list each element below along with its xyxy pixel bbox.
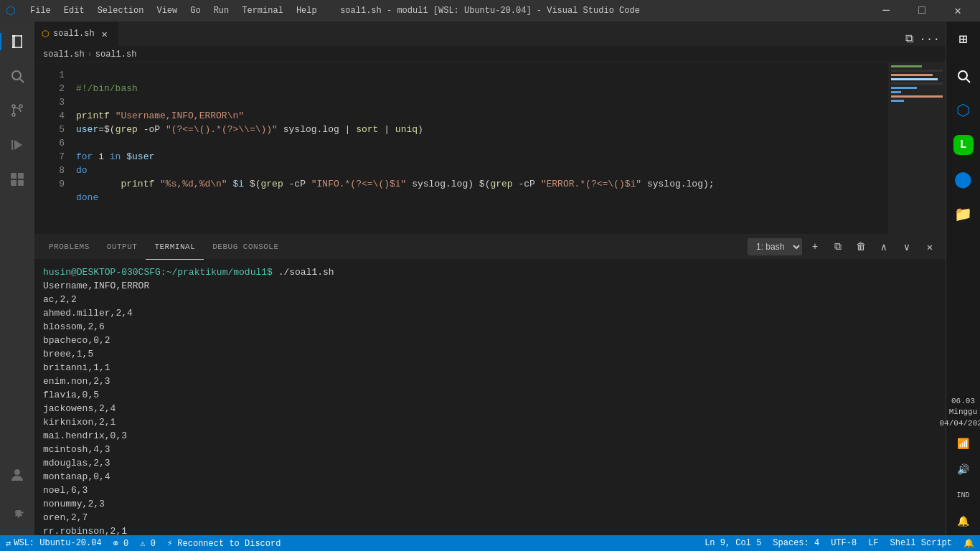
menu-file[interactable]: File bbox=[24, 4, 57, 17]
error-count[interactable]: ⊗ 0 bbox=[108, 535, 135, 551]
terminal-output-line: jackowens,2,4 bbox=[43, 402, 937, 415]
split-editor-button[interactable]: ⧉ bbox=[905, 32, 913, 46]
menu-go[interactable]: Go bbox=[184, 4, 206, 17]
new-terminal-button[interactable]: + bbox=[805, 237, 825, 257]
terminal-output-line: Username,INFO,ERROR bbox=[43, 279, 937, 293]
activity-settings[interactable] bbox=[0, 495, 34, 529]
terminal-output-line: blossom,2,6 bbox=[43, 320, 937, 334]
panel-tabs: PROBLEMS OUTPUT TERMINAL DEBUG CONSOLE 1… bbox=[34, 235, 946, 260]
breadcrumb-separator: › bbox=[88, 50, 93, 60]
line-numbers: 1 2 3 4 5 6 7 8 9 bbox=[34, 62, 70, 234]
code-content[interactable]: #!/bin/bash printf "Username,INFO,ERROR\… bbox=[70, 62, 888, 234]
panel-tab-terminal[interactable]: TERMINAL bbox=[146, 235, 204, 260]
window-title: soal1.sh - modul1 [WSL: Ubuntu-20.04] - … bbox=[340, 6, 640, 16]
reconnect-discord[interactable]: ⚡ Reconnect to Discord bbox=[161, 535, 286, 551]
menu-run[interactable]: Run bbox=[208, 4, 235, 17]
activity-explorer[interactable] bbox=[0, 24, 34, 59]
svg-point-6 bbox=[12, 113, 15, 116]
clock-day: Minggu bbox=[940, 407, 981, 418]
activity-run-debug[interactable] bbox=[0, 128, 34, 162]
svg-line-5 bbox=[20, 79, 24, 83]
panel-tab-output[interactable]: OUTPUT bbox=[98, 235, 146, 260]
activity-extensions[interactable] bbox=[0, 162, 34, 197]
explorer-taskbar-icon[interactable]: 📁 bbox=[946, 197, 981, 231]
spaces-label: Spaces: 4 bbox=[773, 538, 819, 548]
language-label: Shell Script bbox=[890, 538, 952, 548]
windows-search-button[interactable] bbox=[946, 59, 981, 93]
terminal-output-line: kirknixon,2,1 bbox=[43, 415, 937, 429]
language-mode[interactable]: Shell Script bbox=[885, 535, 958, 551]
status-right: Ln 9, Col 5 Spaces: 4 UTF-8 LF Shell Scr… bbox=[699, 535, 980, 551]
minimap bbox=[888, 62, 946, 234]
line-taskbar-icon[interactable]: L bbox=[946, 128, 981, 162]
svg-point-7 bbox=[19, 105, 22, 108]
svg-rect-13 bbox=[11, 180, 17, 186]
windows-start-button[interactable]: ⊞ bbox=[946, 22, 981, 56]
title-bar-left: ⬡ File Edit Selection View Go Run Termin… bbox=[6, 4, 323, 18]
menu-terminal[interactable]: Terminal bbox=[236, 4, 289, 17]
tab-close-button[interactable]: ✕ bbox=[99, 28, 110, 39]
svg-rect-2 bbox=[12, 47, 22, 48]
panel-close-button[interactable]: ✕ bbox=[920, 237, 940, 257]
wsl-status[interactable]: ⇄ WSL: Ubuntu-20.04 bbox=[0, 535, 108, 551]
activity-account[interactable] bbox=[0, 458, 34, 492]
breadcrumb-file[interactable]: soal1.sh bbox=[95, 50, 137, 60]
terminal-content[interactable]: husin@DESKTOP-030CSFG:~/praktikum/modul1… bbox=[34, 260, 946, 535]
main-layout: ⬡ soal1.sh ✕ ⧉ ··· soal1.sh › soal1.sh 1… bbox=[0, 22, 980, 535]
line-ending[interactable]: LF bbox=[862, 535, 884, 551]
breadcrumb-folder[interactable]: soal1.sh bbox=[43, 50, 85, 60]
close-button[interactable]: ✕ bbox=[941, 0, 974, 22]
vscode-taskbar-icon[interactable]: ⬡ bbox=[946, 93, 981, 128]
code-editor[interactable]: 1 2 3 4 5 6 7 8 9 #!/bin/bash printf "Us… bbox=[34, 62, 946, 234]
maximize-button[interactable]: □ bbox=[905, 0, 938, 22]
minimize-button[interactable]: ─ bbox=[870, 0, 903, 22]
volume-status-icon[interactable]: 🔊 bbox=[952, 458, 975, 481]
svg-point-16 bbox=[958, 71, 967, 80]
panel-tab-problems[interactable]: PROBLEMS bbox=[40, 235, 98, 260]
feedback-icon[interactable]: 🔔 bbox=[958, 535, 980, 551]
more-actions-button[interactable]: ··· bbox=[919, 33, 940, 46]
svg-rect-0 bbox=[12, 35, 15, 48]
panel-maximize-button[interactable]: ∧ bbox=[874, 237, 894, 257]
title-bar: ⬡ File Edit Selection View Go Run Termin… bbox=[0, 0, 980, 22]
encoding-label: UTF-8 bbox=[831, 538, 857, 548]
vscode-logo: ⬡ bbox=[6, 4, 16, 18]
wsl-label: WSL: Ubuntu-20.04 bbox=[14, 538, 101, 548]
network-status-icon[interactable]: 📶 bbox=[952, 432, 975, 455]
edge-taskbar-icon[interactable]: ⬤ bbox=[946, 162, 981, 197]
menu-help[interactable]: Help bbox=[291, 4, 323, 17]
window-controls: ─ □ ✕ bbox=[870, 0, 974, 22]
terminal-instance-select[interactable]: 1: bash bbox=[748, 238, 802, 255]
terminal-output-line: rr.robinson,2,1 bbox=[43, 524, 937, 535]
svg-rect-1 bbox=[12, 35, 22, 37]
svg-rect-12 bbox=[18, 173, 24, 179]
file-encoding[interactable]: UTF-8 bbox=[825, 535, 862, 551]
svg-rect-3 bbox=[21, 35, 22, 48]
menu-bar: File Edit Selection View Go Run Terminal… bbox=[24, 4, 323, 17]
svg-line-17 bbox=[966, 79, 970, 83]
windows-clock[interactable]: 06.03 Minggu 04/04/2021 bbox=[940, 396, 981, 429]
terminal-output: Username,INFO,ERRORac,2,2ahmed.miller,2,… bbox=[43, 279, 937, 535]
terminal-output-line: flavia,0,5 bbox=[43, 388, 937, 402]
activity-source-control[interactable] bbox=[0, 93, 34, 128]
notification-bell-icon[interactable]: 🔔 bbox=[952, 509, 975, 532]
terminal-line-1: husin@DESKTOP-030CSFG:~/praktikum/modul1… bbox=[43, 265, 937, 279]
reconnect-label: ⚡ Reconnect to Discord bbox=[167, 538, 281, 549]
panel-tab-debug[interactable]: DEBUG CONSOLE bbox=[204, 235, 287, 260]
terminal-output-line: nonummy,2,3 bbox=[43, 497, 937, 511]
panel-minimize-button[interactable]: ∨ bbox=[897, 237, 917, 257]
svg-point-15 bbox=[14, 469, 20, 475]
activity-search[interactable] bbox=[0, 59, 34, 93]
svg-rect-10 bbox=[11, 140, 13, 150]
menu-view[interactable]: View bbox=[151, 4, 183, 17]
menu-selection[interactable]: Selection bbox=[92, 4, 150, 17]
delete-terminal-button[interactable]: 🗑 bbox=[851, 237, 871, 257]
tab-soal1[interactable]: ⬡ soal1.sh ✕ bbox=[34, 22, 118, 46]
tab-bar: ⬡ soal1.sh ✕ ⧉ ··· bbox=[34, 22, 946, 47]
language-indicator[interactable]: IND bbox=[952, 484, 975, 507]
cursor-position[interactable]: Ln 9, Col 5 bbox=[699, 535, 767, 551]
warning-count[interactable]: ⚠ 0 bbox=[134, 535, 161, 551]
menu-edit[interactable]: Edit bbox=[58, 4, 90, 17]
indent-size[interactable]: Spaces: 4 bbox=[767, 535, 825, 551]
split-terminal-button[interactable]: ⧉ bbox=[828, 237, 848, 257]
